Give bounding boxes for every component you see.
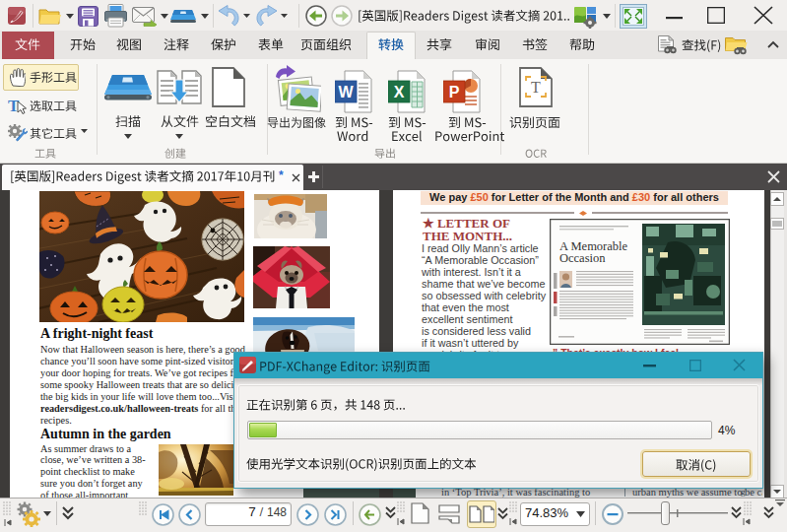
- svg-text:W: W: [338, 84, 354, 100]
- svg-text:Occasion: Occasion: [559, 251, 606, 265]
- svg-text:P: P: [449, 84, 460, 100]
- svg-text:X: X: [394, 84, 405, 100]
- svg-text:T: T: [531, 79, 541, 96]
